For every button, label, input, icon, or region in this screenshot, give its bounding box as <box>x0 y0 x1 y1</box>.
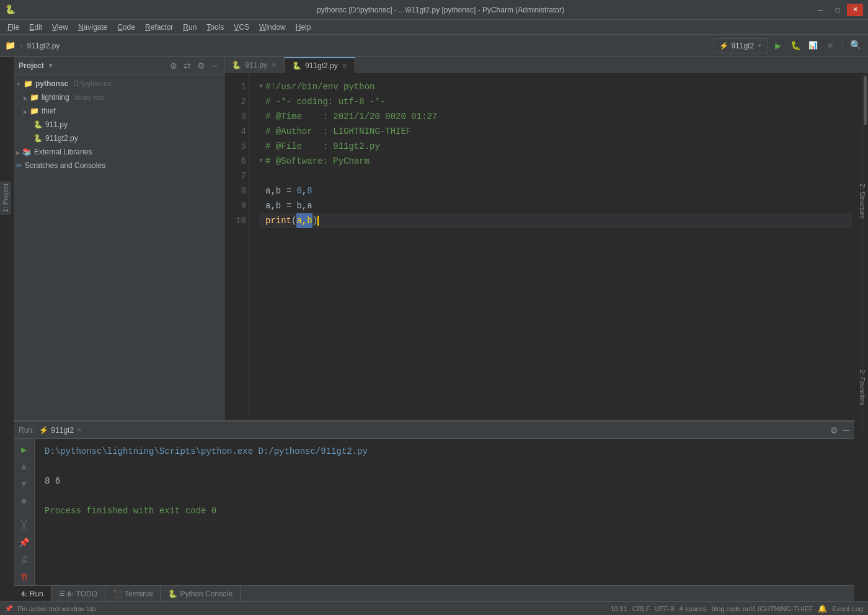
maximize-button[interactable]: □ <box>830 4 846 16</box>
tree-item-lightning[interactable]: 📁 lightning library root <box>14 91 224 104</box>
config-icon: ⚡ <box>719 42 728 50</box>
status-event-log[interactable]: Event Log <box>832 605 863 613</box>
fold-icon-1[interactable]: ▼ <box>259 79 263 94</box>
menu-run[interactable]: Run <box>178 22 202 33</box>
project-panel-label[interactable]: 1: Project <box>0 181 11 215</box>
bottom-tab-run[interactable]: 4: Run <box>14 586 51 602</box>
code-line-10: ▼ print(a,b) <box>259 213 852 228</box>
tab-911gt2py[interactable]: 🐍 911gt2.py ✕ <box>285 57 355 73</box>
menu-code[interactable]: Code <box>112 22 140 33</box>
bottom-tab-terminal[interactable]: ⬛ Terminal <box>105 586 161 602</box>
tree-item-911gt2py[interactable]: 🐍 911gt2.py <box>14 131 224 145</box>
tree-arrow-thief <box>24 107 27 115</box>
project-panel-header: Project ▼ ⊕ ⇄ ⚙ ─ <box>14 57 224 74</box>
code-content[interactable]: ▼ #!/usr/bin/env python ▼ # -*- coding: … <box>249 74 862 434</box>
tree-item-thief[interactable]: 📁 thief <box>14 104 224 118</box>
status-position[interactable]: 10:11 <box>610 605 627 613</box>
project-panel: Project ▼ ⊕ ⇄ ⚙ ─ 📁 pythonsc D:\pythonsc… <box>14 57 224 434</box>
run-tab-911gt2[interactable]: ⚡ 911gt2 ✕ <box>39 426 82 435</box>
run-print-button[interactable]: 🖨 <box>16 552 32 568</box>
close-button[interactable]: ✕ <box>847 4 863 16</box>
run-minimize-icon[interactable]: ─ <box>843 425 849 435</box>
folder-icon: 📁 <box>5 40 16 51</box>
tree-item-pythonsc[interactable]: 📁 pythonsc D:\pythonsc <box>14 77 224 91</box>
status-indent[interactable]: 4 spaces <box>680 605 707 613</box>
menu-view[interactable]: View <box>47 22 73 33</box>
top-toolbar: 📁 › 911gt2.py ⚡ 911gt2 ▼ ▶ 🐛 📊 ■ 🔍 <box>0 35 868 57</box>
favorites-panel-label[interactable]: 2: Favorites <box>857 367 868 407</box>
stop-button[interactable]: ■ <box>823 38 838 53</box>
todo-tab-num: 6: <box>68 590 74 598</box>
run-play-button[interactable]: ▶ <box>16 441 32 458</box>
title-bar: 🐍 pythonsc [D:\pythonsc] - ...\911gt2.py… <box>0 0 868 20</box>
tree-label-lightning: lightning <box>42 93 69 102</box>
bottom-tab-python-console[interactable]: 🐍 Python Console <box>161 586 241 602</box>
python-console-tab-text: Python Console <box>180 590 232 598</box>
tree-label-911py: 911.py <box>45 120 68 129</box>
structure-panel-label[interactable]: Z: Structure <box>857 181 868 221</box>
run-trash-button[interactable]: 🗑 <box>16 569 32 585</box>
run-button[interactable]: ▶ <box>771 38 786 53</box>
py-icon-911: 🐍 <box>33 120 43 129</box>
status-pin-label: Pin active tool window tab <box>17 605 96 613</box>
run-stop-button[interactable]: ■ <box>16 493 32 510</box>
menu-navigate[interactable]: Navigate <box>73 22 112 33</box>
menu-bar: File Edit View Navigate Code Refactor Ru… <box>0 20 868 35</box>
minimize-panel-button[interactable]: ─ <box>210 60 219 72</box>
menu-window[interactable]: Window <box>254 22 291 33</box>
status-line-ending[interactable]: CRLF <box>632 605 650 613</box>
scroll-from-source-button[interactable]: ⇄ <box>182 60 192 72</box>
search-button[interactable]: 🔍 <box>848 38 863 53</box>
status-encoding[interactable]: UTF-8 <box>655 605 674 613</box>
tab-icon-911py: 🐍 <box>232 61 241 69</box>
run-config-dropdown[interactable]: ⚡ 911gt2 ▼ <box>714 38 768 53</box>
run-output-line-5: Process finished with exit code 0 <box>45 503 844 518</box>
terminal-icon: ⬛ <box>113 590 122 598</box>
tree-item-scratches[interactable]: ✏ Scratches and Consoles <box>14 159 224 172</box>
fold-icon-6[interactable]: ▼ <box>259 154 263 169</box>
run-left-buttons: ▶ ▲ ▼ ■ ╳ 📌 🖨 🗑 <box>14 439 35 588</box>
terminal-tab-text: Terminal <box>125 590 153 598</box>
coverage-button[interactable]: 📊 <box>805 38 820 53</box>
run-tab-label: 911gt2 <box>51 426 74 435</box>
project-dropdown-icon[interactable]: ▼ <box>48 62 54 69</box>
code-line-5: ▼ # @File : 911gt2.py <box>259 139 852 154</box>
tree-label-pythonsc: pythonsc <box>35 79 68 88</box>
code-editor[interactable]: 1 2 3 4 5 6 7 8 9 10 ▼ #!/usr/bin/env py… <box>224 74 868 434</box>
menu-edit[interactable]: Edit <box>24 22 47 33</box>
run-tab-close[interactable]: ✕ <box>76 426 82 434</box>
debug-button[interactable]: 🐛 <box>788 38 803 53</box>
settings-button[interactable]: ⚙ <box>196 60 206 72</box>
tree-arrow-pythonsc <box>16 79 21 88</box>
run-pin-button[interactable]: 📌 <box>16 534 32 551</box>
project-tree: 📁 pythonsc D:\pythonsc 📁 lightning libra… <box>14 74 224 434</box>
tree-item-external-libraries[interactable]: 📚 External Libraries <box>14 145 224 159</box>
event-log-icon: 🔔 <box>818 604 827 613</box>
tab-close-911gt2py[interactable]: ✕ <box>342 62 347 70</box>
minimize-button[interactable]: ─ <box>812 4 828 16</box>
menu-file[interactable]: File <box>2 22 24 33</box>
run-scroll-down-button[interactable]: ▼ <box>16 476 32 492</box>
menu-tools[interactable]: Tools <box>202 22 229 33</box>
tab-close-911py[interactable]: ✕ <box>271 61 277 69</box>
bottom-tab-todo[interactable]: ☰ 6: TODO <box>51 586 105 602</box>
tab-911py[interactable]: 🐍 911.py ✕ <box>224 57 285 73</box>
tree-arrow-lightning <box>24 93 27 102</box>
todo-tab-text: TODO <box>76 590 97 598</box>
run-close-button[interactable]: ╳ <box>16 517 32 533</box>
add-button[interactable]: ⊕ <box>169 60 179 72</box>
menu-help[interactable]: Help <box>291 22 316 33</box>
tree-label-911gt2py: 911gt2.py <box>45 134 78 143</box>
window-title: pythonsc [D:\pythonsc] - ...\911gt2.py [… <box>18 6 863 14</box>
tree-path-pythonsc: D:\pythonsc <box>73 79 112 88</box>
run-scroll-up-button[interactable]: ▲ <box>16 459 32 475</box>
bottom-tabs-strip: 4: Run ☰ 6: TODO ⬛ Terminal 🐍 Python Con… <box>14 585 854 601</box>
python-console-icon: 🐍 <box>168 590 177 598</box>
menu-vcs[interactable]: VCS <box>229 22 254 33</box>
tab-bar: 🐍 911.py ✕ 🐍 911gt2.py ✕ <box>224 57 868 74</box>
menu-refactor[interactable]: Refactor <box>140 22 178 33</box>
run-settings-icon[interactable]: ⚙ <box>830 425 838 435</box>
tree-item-911py[interactable]: 🐍 911.py <box>14 118 224 131</box>
project-title: Project <box>19 61 44 70</box>
tree-label-scratches: Scratches and Consoles <box>25 161 105 170</box>
